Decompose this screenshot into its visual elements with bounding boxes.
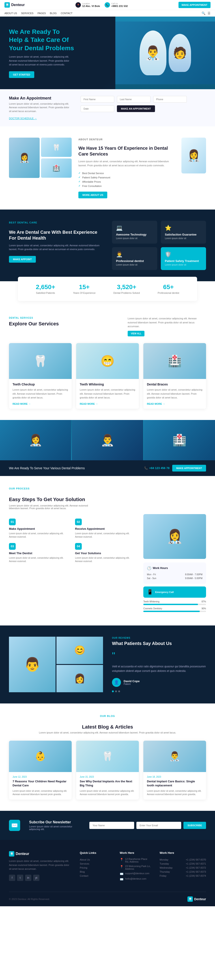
footer-link-2[interactable]: Pricing	[80, 866, 111, 870]
test-img-2: 👩	[57, 665, 103, 692]
step-title-1: Receive Appointment	[75, 527, 137, 530]
progress-label-1: Cosmetic Dentistry 90%	[143, 607, 206, 610]
social-twitter[interactable]: t	[17, 875, 23, 881]
about-cta-btn[interactable]: MORE ABOUT US	[78, 192, 107, 198]
work-hour-row-0: Mon - Fri 8:00AM - 7:00PM	[147, 573, 202, 576]
newsletter-text: Subcribe Our Newsletter Lorem ipsum dolo…	[29, 820, 81, 830]
footer-link-3[interactable]: Blog	[80, 870, 111, 874]
cta-appointment-btn[interactable]: MAKE APPOINTMENT	[172, 465, 206, 471]
appointment-btn[interactable]: MAKE APPOINTMENT	[179, 2, 210, 8]
social-instagram[interactable]: in	[25, 875, 32, 881]
cta-bar: We Are Ready To Serve Your Various Denta…	[0, 460, 215, 476]
nav-about[interactable]: ABOUT US	[5, 12, 17, 14]
about-img-sm1: 🦷	[41, 138, 72, 157]
services-view-all-btn[interactable]: VIEW ALL	[128, 331, 144, 336]
dot-3[interactable]	[118, 690, 120, 692]
steps-description: Lorem ipsum dolor sit amet, consectetur …	[9, 504, 98, 510]
feature-title-1: Satisfaction Guarantee	[165, 233, 202, 236]
about-features: Best Dental Service Patient Safety Param…	[78, 171, 172, 188]
footer-logo[interactable]: 🦷 Denteur	[9, 851, 71, 856]
emergency-card: 📱 Emergency Call	[143, 587, 206, 598]
author-avatar: 👤	[112, 678, 121, 687]
nav-contact[interactable]: CONTACT	[61, 12, 72, 14]
blog-content-0: June 12, 2023 7 Reasons Your Children Ne…	[9, 772, 72, 800]
nav-blog[interactable]: BLOG	[50, 12, 57, 14]
location-icon: 📍	[76, 2, 81, 8]
location-icon-footer: 📍	[120, 858, 123, 861]
footer-contact-0: 📍 12 Racehorse Place Rd, Address	[120, 858, 151, 863]
hero-cta-btn[interactable]: GET STARTED	[9, 71, 34, 78]
footer-link-0[interactable]: About Us	[80, 858, 111, 862]
banner-img-1: 👩‍⚕️	[0, 420, 71, 460]
search-icon[interactable]: 🔍	[202, 11, 206, 15]
blog-description: Lorem ipsum dolor sit amet, consectetur …	[9, 731, 206, 734]
step-title-3: Get Your Solutions	[75, 552, 137, 555]
appt-link[interactable]: DOCTOR SCHEDULE →	[9, 117, 72, 120]
nav-links: ABOUT US SERVICES PAGES BLOG CONTACT	[5, 12, 73, 14]
newsletter-name-input[interactable]	[89, 822, 134, 829]
stat-number-0: 2,650+	[36, 283, 55, 291]
cta-bar-buttons: 📞 +84 123 456 78 MAKE APPOINTMENT	[144, 465, 206, 471]
appt-phone[interactable]	[153, 96, 187, 103]
footer-hours-title: Work Here	[160, 851, 206, 854]
service-link-1[interactable]: READ MORE →	[80, 402, 135, 405]
appt-heading: Make An Appointment	[9, 96, 72, 100]
dental-care-cta[interactable]: MAKE APPOINT	[9, 256, 36, 262]
service-title-1: Teeth Whitening	[80, 383, 135, 386]
social-facebook[interactable]: f	[9, 875, 15, 881]
footer-link-4[interactable]: Contact	[80, 874, 111, 878]
blog-title-2: Dental Implant Care Basics: Single tooth…	[147, 780, 202, 788]
emergency-text: Emergency Call	[155, 591, 174, 593]
appt-submit-btn[interactable]: MAKE AN APPOINTMENT	[117, 105, 155, 112]
nav-pages[interactable]: PAGES	[37, 12, 46, 14]
dot-2[interactable]	[115, 690, 117, 692]
newsletter-icon: ✉️	[9, 820, 20, 831]
nav-services[interactable]: SERVICES	[21, 12, 33, 14]
feature-item: Free Consultation	[78, 184, 172, 188]
appt-date[interactable]	[81, 105, 114, 112]
testimonials-content: OUR REVIEWS What Patients Say About Us "…	[103, 637, 206, 692]
brand-name: Denteur	[11, 3, 25, 7]
footer-hour-0: Monday +1 (234) 567-8370	[160, 858, 206, 862]
newsletter-submit-btn[interactable]: SUBSCRIBE	[183, 822, 206, 829]
service-content-1: Teeth Whitening Lorem ipsum dolor sit am…	[76, 379, 139, 409]
brand-logo[interactable]: 🦷 Denteur	[5, 2, 25, 8]
feature-card-3: 🛡️ Patient Safety Treatment Lorem ipsum …	[161, 247, 206, 270]
stat-label-1: Years Of Experience	[73, 291, 95, 294]
footer-bottom-logo[interactable]: 🦷 Denteur	[187, 896, 206, 902]
newsletter-email-input[interactable]	[136, 822, 181, 829]
stat-label-2: Dental Problems Solved	[113, 291, 140, 294]
footer-hour-1: Tuesday +1 (234) 567-8371	[160, 862, 206, 866]
blog-content-1: June 15, 2023 See Why Dental Implants Ar…	[76, 772, 139, 800]
footer-bottom-brand-name: Denteur	[194, 897, 206, 901]
testimonials-section: 👨 😊 👩 OUR REVIEWS What Patients Say Abou…	[0, 625, 215, 703]
features-grid: 💻 Awesome Technology Lorem ipsum dolor s…	[112, 221, 206, 270]
blog-img-2: 👨‍⚕️	[143, 741, 206, 772]
appt-firstname[interactable]	[81, 96, 114, 103]
step-num-2: 03	[9, 543, 16, 550]
topbar: 🦷 Denteur 📍 Location 12 Abc. Vt Bole 📞 C…	[0, 0, 215, 10]
dot-1[interactable]	[112, 690, 114, 692]
menu-icon[interactable]: ☰	[208, 11, 210, 15]
emergency-icon: 📱	[147, 589, 153, 595]
footer-hour-2: Wednesday +1 (234) 567-8372	[160, 866, 206, 870]
service-link-0[interactable]: READ MORE →	[13, 402, 68, 405]
social-youtube[interactable]: yt	[33, 875, 40, 881]
service-desc-1: Lorem ipsum dolor sit amet, consectetur …	[80, 388, 135, 400]
footer-contact-2: ✉️ support@denteur.com	[120, 872, 151, 875]
footer-link-1[interactable]: Services	[80, 862, 111, 866]
newsletter-heading: Subcribe Our Newsletter	[29, 820, 81, 824]
blog-title-0: 7 Reasons Your Children Need Regular Den…	[13, 780, 68, 788]
footer-links-list: About Us Services Pricing Blog Contact	[80, 858, 111, 878]
author-role: Patient	[123, 683, 140, 685]
feature-desc-3: Lorem ipsum dolor sit	[165, 264, 202, 266]
about-subtitle: ABOUT DENTEUR	[78, 138, 172, 142]
service-card-1: 😁 Teeth Whitening Lorem ipsum dolor sit …	[76, 343, 139, 409]
service-link-2[interactable]: READ MORE →	[147, 402, 202, 405]
feature-card-0: 💻 Awesome Technology Lorem ipsum dolor s…	[112, 221, 157, 243]
dental-care-section: BEST DENTAL CARE We Are Dental Care With…	[0, 210, 215, 281]
step-desc-0: Lorem ipsum dolor sit amet, consectetur …	[9, 532, 71, 539]
footer-brand: 🦷 Denteur Lorem ipsum dolor sit amet, co…	[9, 851, 71, 883]
services-grid: 🦷 Teeth Checkup Lorem ipsum dolor sit am…	[9, 343, 206, 409]
appt-lastname[interactable]	[117, 96, 150, 103]
